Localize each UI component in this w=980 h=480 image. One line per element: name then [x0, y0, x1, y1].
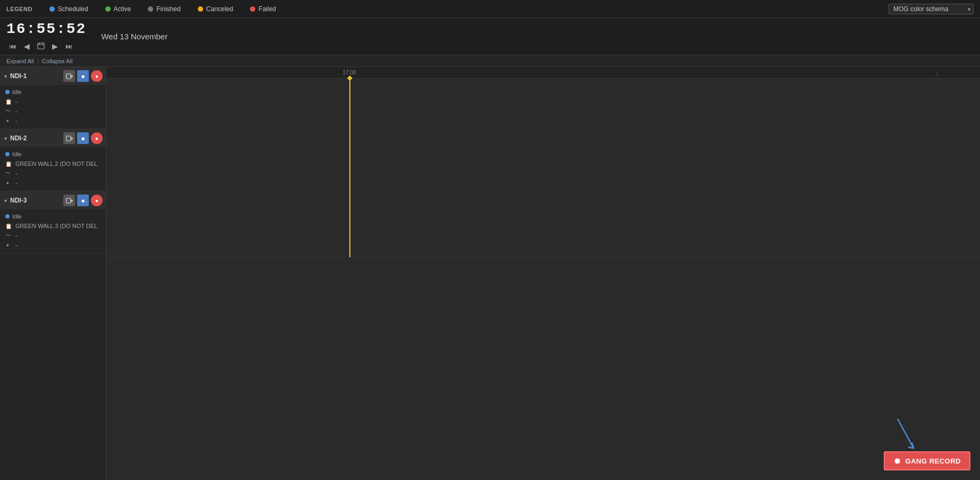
ndi1-name: NDI-1 [10, 72, 61, 80]
ndi3-metric1-value: - [15, 232, 18, 239]
ndi1-status-row: Idle [5, 87, 102, 97]
skip-back-fast-button[interactable]: ⏮ [6, 40, 19, 52]
transport-controls: ⏮ ◀ ▶ ⏭ [6, 40, 86, 53]
ndi1-metric1-value: - [15, 108, 18, 114]
ndi3-metric1-icon: 〜 [5, 232, 13, 239]
skip-back-button[interactable]: ◀ [21, 40, 32, 52]
ndi2-source-icon: 📋 [5, 161, 13, 167]
ndi2-chevron[interactable]: ▾ [3, 134, 8, 142]
ndi3-status-dot [5, 214, 10, 218]
ndi3-chevron[interactable]: ▾ [3, 197, 8, 205]
ndi1-record-button[interactable]: ● [91, 70, 103, 82]
ndi1-details: Idle 📋 - 〜 - ✦ - [0, 85, 106, 129]
ndi2-status-row: Idle [5, 149, 102, 159]
calendar-button[interactable] [35, 40, 47, 53]
ndi2-input-button[interactable] [63, 132, 75, 144]
right-panel: 17:00 [106, 67, 980, 480]
top-controls: 16:55:52 ⏮ ◀ ▶ ⏭ Wed 13 November [0, 18, 980, 55]
ndi1-source-icon: 📋 [5, 99, 13, 105]
expand-all-link[interactable]: Expand All [6, 58, 34, 64]
ndi1-metric1-icon: 〜 [5, 107, 13, 115]
calendar-icon [37, 42, 45, 49]
ndi1-source-row: 📋 - [5, 97, 102, 106]
timeline-rows-wrapper [106, 79, 980, 257]
finished-label: Finished [156, 5, 180, 13]
ndi3-metric1-row: 〜 - [5, 231, 102, 240]
ndi2-metric1-row: 〜 - [5, 169, 102, 178]
ndi2-metric1-icon: 〜 [5, 170, 13, 177]
main-layout: 16:55:52 ⏮ ◀ ▶ ⏭ Wed 13 November Expand [0, 18, 980, 480]
channel-block-ndi2: ▾ NDI-2 ■ ● Idle [0, 129, 106, 191]
ndi2-stop-button[interactable]: ■ [77, 132, 89, 144]
timeline-row-ndi1 [106, 79, 980, 138]
svg-rect-0 [38, 43, 44, 49]
ruler-tick-right [937, 72, 937, 77]
finished-dot [148, 6, 153, 12]
timeline-row-ndi3 [106, 198, 980, 257]
ndi3-record-button[interactable]: ● [91, 195, 103, 206]
time-ruler: 17:00 [106, 67, 980, 79]
legend-item-failed: Failed [250, 5, 276, 13]
ndi1-source-value: - [15, 98, 18, 105]
ndi3-source-icon: 📋 [5, 223, 13, 229]
legend-item-active: Active [105, 5, 131, 13]
ndi2-metric2-row: ✦ - [5, 178, 102, 188]
time-display: 16:55:52 [6, 21, 86, 37]
active-label: Active [114, 5, 131, 13]
ndi2-metric2-icon: ✦ [5, 180, 13, 186]
ndi1-chevron[interactable]: ▾ [3, 72, 8, 80]
skip-forward-fast-button[interactable]: ⏭ [63, 40, 76, 52]
ndi3-name: NDI-3 [10, 197, 61, 204]
active-dot [105, 6, 111, 12]
canceled-label: Canceled [206, 5, 233, 13]
legend-items: Scheduled Active Finished Canceled Faile… [49, 5, 872, 13]
play-button[interactable]: ▶ [49, 40, 61, 52]
gang-record-arrow [890, 416, 919, 453]
ndi3-details: Idle 📋 GREEN WALL 3 (DO NOT DEL 〜 - ✦ - [0, 209, 106, 253]
ndi1-input-button[interactable] [63, 70, 75, 82]
color-schema-dropdown[interactable]: MOG color schema [889, 4, 974, 14]
failed-dot [250, 6, 255, 12]
gang-record-button[interactable]: ⏺ GANG RECORD [884, 451, 970, 470]
legend-item-canceled: Canceled [198, 5, 233, 13]
ndi3-stop-button[interactable]: ■ [77, 195, 89, 206]
timeline-row-ndi2 [106, 138, 980, 198]
ndi3-metric2-icon: ✦ [5, 242, 13, 248]
svg-rect-6 [66, 136, 71, 141]
expand-collapse-row: Expand All | Collapse All [0, 55, 980, 67]
ndi3-status-label: Idle [12, 213, 22, 220]
scheduled-dot [49, 6, 55, 12]
svg-rect-4 [66, 74, 71, 79]
ndi3-metric2-value: - [15, 242, 18, 248]
channel-block-ndi3: ▾ NDI-3 ■ ● Idle [0, 191, 106, 254]
timeline-area: ▾ NDI-1 ■ ● Idle [0, 67, 980, 480]
ndi2-metric2-value: - [15, 180, 18, 186]
canceled-dot [198, 6, 203, 12]
gang-record-icon: ⏺ [893, 457, 901, 465]
scheduled-label: Scheduled [58, 5, 88, 13]
failed-label: Failed [258, 5, 276, 13]
legend-bar: LEGEND Scheduled Active Finished Cancele… [0, 0, 980, 18]
ndi3-input-button[interactable] [63, 195, 75, 206]
collapse-all-link[interactable]: Collapse All [42, 58, 72, 64]
channel-block-ndi1: ▾ NDI-1 ■ ● Idle [0, 67, 106, 129]
channel-header-ndi2: ▾ NDI-2 ■ ● [0, 129, 106, 147]
channel-header-ndi3: ▾ NDI-3 ■ ● [0, 191, 106, 209]
channel-header-ndi1: ▾ NDI-1 ■ ● [0, 67, 106, 85]
ndi1-stop-button[interactable]: ■ [77, 70, 89, 82]
ndi1-metric2-value: - [15, 117, 18, 124]
legend-item-scheduled: Scheduled [49, 5, 88, 13]
legend-title: LEGEND [6, 6, 32, 12]
ndi3-metric2-row: ✦ - [5, 240, 102, 250]
ndi3-source-value: GREEN WALL 3 (DO NOT DEL [15, 223, 97, 229]
ndi2-record-button[interactable]: ● [91, 132, 103, 144]
ndi2-source-row: 📋 GREEN WALL 2 (DO NOT DEL [5, 159, 102, 169]
ndi1-status-label: Idle [12, 89, 22, 95]
date-display: Wed 13 November [101, 32, 167, 41]
ndi1-metric2-row: ✦ - [5, 116, 102, 125]
color-schema-selector[interactable]: MOG color schema [889, 4, 974, 14]
left-panel: ▾ NDI-1 ■ ● Idle [0, 67, 106, 480]
ndi3-status-row: Idle [5, 212, 102, 221]
ndi3-source-row: 📋 GREEN WALL 3 (DO NOT DEL [5, 221, 102, 231]
legend-item-finished: Finished [148, 5, 180, 13]
